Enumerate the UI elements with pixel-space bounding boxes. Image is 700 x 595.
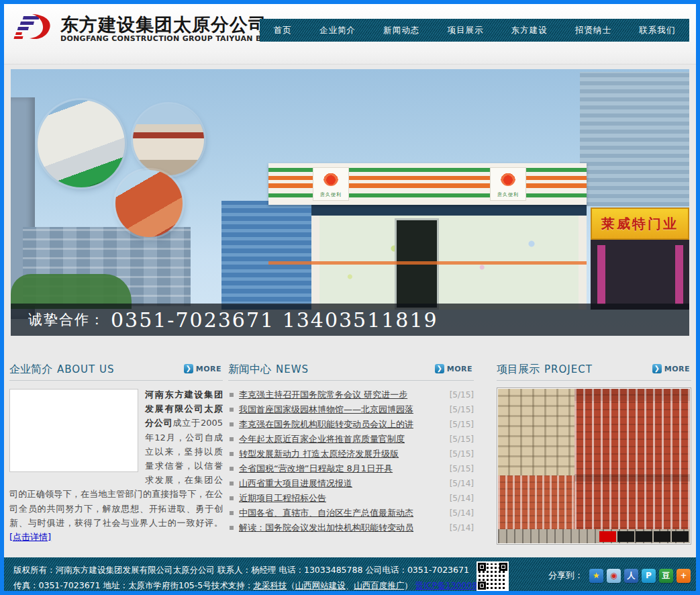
news-link[interactable]: 全省国税“营改增”日程敲定 8月1日开具 bbox=[239, 463, 446, 475]
banner-roof-right bbox=[580, 72, 689, 206]
project-more-button[interactable]: ❯ MORE bbox=[652, 364, 690, 373]
news-date: [5/15] bbox=[450, 434, 474, 444]
slide-page-5[interactable] bbox=[672, 531, 689, 542]
company-title: 东方建设集团太原分公司 bbox=[60, 15, 292, 35]
about-detail-link[interactable]: [点击详情] bbox=[9, 532, 51, 542]
tech-support-link[interactable]: 龙采科技 bbox=[253, 580, 287, 590]
logo-block[interactable]: 东方建设集团太原分公司 DONGFANG CONSTRUCTION GROUP … bbox=[12, 13, 292, 44]
news-date: [5/14] bbox=[450, 494, 474, 503]
nav-item[interactable]: 招贤纳士 bbox=[575, 25, 611, 36]
banner-photo: 唐久便利 唐久便利 莱威特门业 诚挚合作： 0351-7023671 13403… bbox=[11, 69, 689, 336]
sina-weibo-share-icon[interactable]: ◉ bbox=[607, 569, 621, 583]
news-item: 李克强主持召开国务院常务会议 研究进一步 [5/15] bbox=[228, 387, 474, 402]
square-bullet-icon bbox=[230, 511, 234, 515]
project-photo bbox=[498, 389, 690, 543]
store-brand-text: 唐久便利 bbox=[320, 192, 342, 197]
main-nav: 首页企业简介新闻动态项目展示东方建设招贤纳士联系我们 bbox=[260, 19, 689, 42]
site-build-link[interactable]: 山西网站建设 bbox=[295, 580, 346, 590]
nav-item[interactable]: 东方建设 bbox=[511, 25, 548, 36]
news-more-button[interactable]: ❯ MORE bbox=[435, 364, 472, 373]
square-bullet-icon bbox=[230, 496, 234, 500]
arrow-right-icon: ❯ bbox=[652, 364, 662, 373]
news-date: [5/15] bbox=[450, 405, 474, 414]
store-brand-text: 唐久便利 bbox=[497, 192, 519, 197]
qr-finder-icon bbox=[478, 582, 486, 590]
browser-page: 东方建设集团太原分公司 DONGFANG CONSTRUCTION GROUP … bbox=[0, 0, 700, 595]
store-logo: 唐久便利 bbox=[490, 167, 526, 201]
news-link[interactable]: 近期项目工程招标公告 bbox=[239, 492, 446, 504]
news-date: [5/15] bbox=[450, 420, 474, 429]
news-date: [5/14] bbox=[450, 479, 474, 488]
qr-finder-icon bbox=[478, 563, 486, 571]
news-link[interactable]: 山西省重大项目进展情况报道 bbox=[239, 477, 446, 490]
news-date: [5/15] bbox=[450, 464, 474, 473]
logo-text: 东方建设集团太原分公司 DONGFANG CONSTRUCTION GROUP … bbox=[60, 15, 292, 44]
news-item: 李克强在国务院机构职能转变动员会议上的讲 [5/15] bbox=[228, 417, 474, 432]
banner-store-stripe-sign: 唐久便利 唐久便利 bbox=[268, 163, 587, 205]
baidu-promo-link[interactable]: 山西百度推广 bbox=[354, 580, 404, 590]
site-footer: 版权所有：河南东方建设集团发展有限公司太原分公司 联系人：杨经理 电话：1303… bbox=[4, 557, 696, 591]
slide-page-4[interactable] bbox=[654, 531, 670, 542]
news-link[interactable]: 李克强主持召开国务院常务会议 研究进一步 bbox=[239, 389, 446, 401]
news-link[interactable]: 我国首座国家级园林博物馆——北京园博园落 bbox=[239, 404, 446, 416]
company-subtitle: DONGFANG CONSTRUCTION GROUP TAIYUAN BRAN… bbox=[60, 34, 292, 43]
news-date: [5/14] bbox=[450, 508, 474, 518]
slide-page-1[interactable] bbox=[599, 531, 616, 542]
nav-item[interactable]: 联系我们 bbox=[639, 25, 675, 36]
news-title-cn: 新闻中心 bbox=[228, 363, 271, 377]
news-link[interactable]: 今年起太原近百家企业将推首席质量官制度 bbox=[239, 433, 446, 445]
square-bullet-icon bbox=[230, 452, 234, 456]
news-date: [5/15] bbox=[450, 449, 474, 459]
news-item: 今年起太原近百家企业将推首席质量官制度 [5/15] bbox=[228, 432, 474, 447]
about-body: 河南东方建设集团发展有限公司太原分公司成立于2005年12月，公司自成立以来，坚… bbox=[9, 387, 223, 544]
news-item: 我国首座国家级园林博物馆——北京园博园落 [5/15] bbox=[228, 402, 474, 417]
news-list: 李克强主持召开国务院常务会议 研究进一步 [5/15] 我国首座国家级园林博物馆… bbox=[228, 387, 474, 535]
news-link[interactable]: 李克强在国务院机构职能转变动员会议上的讲 bbox=[239, 418, 446, 430]
project-slideshow[interactable] bbox=[497, 387, 691, 545]
nav-item[interactable]: 项目展示 bbox=[447, 25, 483, 36]
share-label: 分享到： bbox=[548, 567, 583, 584]
news-date: [5/14] bbox=[450, 523, 474, 533]
store-logo: 唐久便利 bbox=[313, 167, 349, 201]
share-bar: 分享到： ★◉人P豆+ bbox=[548, 567, 691, 584]
more-share-icon[interactable]: + bbox=[677, 569, 691, 583]
tencent-weibo-share-icon[interactable]: P bbox=[642, 569, 656, 583]
about-section: 企业简介 ABOUT US ❯ MORE 河南东方建设集团发展有限公司太原分公司… bbox=[9, 363, 223, 557]
slide-page-2[interactable] bbox=[617, 531, 634, 542]
square-bullet-icon bbox=[230, 422, 234, 426]
store-flower-icon bbox=[501, 171, 515, 186]
banner-blue-shutter bbox=[221, 201, 315, 310]
renren-share-icon[interactable]: 人 bbox=[624, 569, 638, 583]
square-bullet-icon bbox=[230, 467, 234, 471]
about-title-en: ABOUT US bbox=[57, 363, 115, 375]
news-link[interactable]: 中国各省、直辖市、自治区生产总值最新动态 bbox=[239, 507, 446, 519]
nav-item[interactable]: 新闻动态 bbox=[383, 25, 419, 36]
douban-share-icon[interactable]: 豆 bbox=[659, 569, 673, 583]
project-title-en: PROJECT bbox=[544, 363, 593, 375]
company-logo-icon bbox=[12, 13, 55, 44]
square-bullet-icon bbox=[230, 482, 234, 486]
nav-item[interactable]: 首页 bbox=[274, 25, 292, 36]
about-title-cn: 企业简介 bbox=[9, 363, 52, 377]
qr-code bbox=[477, 561, 509, 591]
banner-circle-inset-2 bbox=[133, 104, 204, 175]
about-more-button[interactable]: ❯ MORE bbox=[184, 364, 221, 373]
about-photo bbox=[9, 389, 138, 472]
banner-yellow-shop-sign: 莱威特门业 bbox=[591, 208, 689, 240]
nav-item[interactable]: 企业简介 bbox=[319, 25, 356, 36]
news-header: 新闻中心 NEWS ❯ MORE bbox=[228, 363, 474, 381]
project-section: 项目展示 PROJECT ❯ MORE bbox=[497, 363, 691, 557]
slide-page-3[interactable] bbox=[636, 531, 652, 542]
qzone-share-icon[interactable]: ★ bbox=[589, 569, 603, 583]
square-bullet-icon bbox=[230, 393, 234, 397]
news-item: 山西省重大项目进展情况报道 [5/14] bbox=[228, 476, 474, 491]
news-link[interactable]: 解读：国务院会议发出加快机构职能转变动员 bbox=[239, 522, 446, 534]
shop-banner-strip bbox=[675, 245, 683, 304]
banner-circle-inset-3 bbox=[115, 170, 183, 237]
project-photo-building-red-tower bbox=[574, 389, 690, 543]
news-link[interactable]: 转型发展新动力 打造太原经济发展升级版 bbox=[239, 448, 446, 460]
banner-orange-stripe bbox=[268, 261, 587, 265]
banner-shopfront-right bbox=[591, 240, 689, 310]
banner-phone-numbers: 0351-7023671 13403511819 bbox=[111, 308, 438, 332]
square-bullet-icon bbox=[230, 437, 234, 441]
